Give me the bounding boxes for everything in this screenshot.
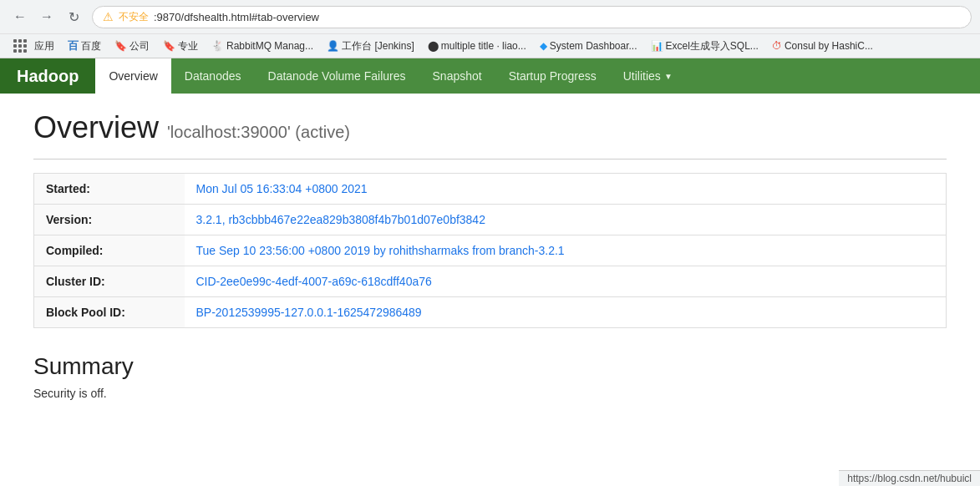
title-divider: [33, 159, 947, 159]
back-button[interactable]: ←: [8, 5, 32, 28]
security-warning-icon: ⚠: [103, 10, 114, 23]
compiled-value: Tue Sep 10 23:56:00 +0800 2019 by rohith…: [185, 235, 947, 266]
bookmark-rabbitmq-label: RabbitMQ Manag...: [226, 40, 313, 52]
page-title: Overview 'localhost:39000' (active): [33, 110, 947, 145]
bookmark-rabbitmq[interactable]: 🐇 RabbitMQ Manag...: [206, 38, 318, 53]
nav-overview[interactable]: Overview: [95, 58, 170, 94]
block-pool-id-label: Block Pool ID:: [34, 297, 185, 328]
bookmark-github[interactable]: ⬤ multiple title · liao...: [423, 38, 531, 53]
address-bar[interactable]: ⚠ 不安全 :9870/dfshealth.html#tab-overview: [92, 6, 972, 28]
cluster-id-label: Cluster ID:: [34, 266, 185, 297]
pro-icon: 🔖: [163, 40, 175, 52]
bookmark-company[interactable]: 🔖 公司: [109, 38, 155, 55]
table-row-block-pool-id: Block Pool ID: BP-2012539995-127.0.0.1-1…: [34, 297, 947, 328]
nav-startup-progress[interactable]: Startup Progress: [495, 58, 610, 94]
baidu-icon: 百: [68, 38, 79, 53]
browser-chrome: ← → ↻ ⚠ 不安全 :9870/dfshealth.html#tab-ove…: [0, 0, 980, 58]
started-label: Started:: [34, 174, 185, 205]
bookmark-company-label: 公司: [129, 39, 150, 53]
hadoop-nav: Hadoop Overview Datanodes Datanode Volum…: [0, 58, 980, 94]
bookmark-excel[interactable]: 📊 Excel生成导入SQL...: [646, 38, 764, 55]
jenkins-icon: 👤: [327, 40, 339, 52]
bookmark-consul[interactable]: ⏱ Consul by HashiC...: [767, 38, 878, 53]
security-text: Security is off.: [33, 387, 947, 400]
bookmark-system-dashboard-label: System Dashboar...: [550, 40, 637, 52]
version-label: Version:: [34, 205, 185, 235]
table-row-started: Started: Mon Jul 05 16:33:04 +0800 2021: [34, 174, 947, 205]
main-content: Overview 'localhost:39000' (active) Star…: [0, 94, 980, 428]
bookmark-apps-label: 应用: [34, 39, 54, 53]
nav-datanode-volume-failures[interactable]: Datanode Volume Failures: [255, 58, 419, 94]
company-icon: 🔖: [114, 40, 127, 52]
page-title-detail: 'localhost:39000' (active): [167, 123, 350, 141]
table-row-version: Version: 3.2.1, rb3cbbb467e22ea829b3808f…: [34, 205, 947, 235]
bookmark-jenkins[interactable]: 👤 工作台 [Jenkins]: [322, 38, 419, 55]
overview-table: Started: Mon Jul 05 16:33:04 +0800 2021 …: [33, 173, 947, 328]
apps-grid-icon: [13, 39, 27, 53]
bookmark-jenkins-label: 工作台 [Jenkins]: [342, 39, 414, 53]
nav-utilities[interactable]: Utilities: [610, 58, 686, 94]
cluster-id-value: CID-2ee0e99c-4edf-4007-a69c-618cdff40a76: [185, 266, 947, 297]
diamond-icon: ◆: [540, 40, 547, 52]
nav-datanodes[interactable]: Datanodes: [171, 58, 255, 94]
table-row-cluster-id: Cluster ID: CID-2ee0e99c-4edf-4007-a69c-…: [34, 266, 947, 297]
consul-icon: ⏱: [772, 40, 782, 52]
bookmark-github-label: multiple title · liao...: [441, 40, 526, 52]
nav-buttons: ← → ↻: [8, 5, 85, 28]
forward-button[interactable]: →: [35, 5, 58, 28]
page-title-text: Overview: [33, 110, 159, 144]
bookmark-pro[interactable]: 🔖 专业: [158, 38, 203, 55]
bookmark-apps[interactable]: 应用: [8, 38, 59, 55]
reload-button[interactable]: ↻: [62, 5, 85, 28]
block-pool-id-value: BP-2012539995-127.0.0.1-1625472986489: [185, 297, 947, 328]
bookmark-consul-label: Consul by HashiC...: [785, 40, 873, 52]
started-value: Mon Jul 05 16:33:04 +0800 2021: [185, 174, 947, 205]
compiled-label: Compiled:: [34, 235, 185, 266]
bookmark-baidu-label: 百度: [81, 39, 101, 53]
bookmarks-bar: 应用 百 百度 🔖 公司 🔖 专业 🐇 RabbitMQ Manag... 👤 …: [0, 33, 980, 58]
summary-title: Summary: [33, 353, 947, 380]
bookmark-excel-label: Excel生成导入SQL...: [666, 39, 759, 53]
bookmark-pro-label: 专业: [178, 39, 198, 53]
bookmark-system-dashboard[interactable]: ◆ System Dashboar...: [535, 38, 642, 53]
table-row-compiled: Compiled: Tue Sep 10 23:56:00 +0800 2019…: [34, 235, 947, 266]
security-warning-text: 不安全: [119, 10, 149, 24]
excel-icon: 📊: [651, 40, 663, 52]
hadoop-brand: Hadoop: [0, 58, 95, 94]
browser-toolbar: ← → ↻ ⚠ 不安全 :9870/dfshealth.html#tab-ove…: [0, 0, 980, 33]
github-icon: ⬤: [428, 40, 439, 52]
nav-snapshot[interactable]: Snapshot: [419, 58, 495, 94]
version-value: 3.2.1, rb3cbbb467e22ea829b3808f4b7b01d07…: [185, 205, 947, 235]
rabbitmq-icon: 🐇: [211, 40, 224, 52]
url-text: :9870/dfshealth.html#tab-overview: [154, 11, 961, 23]
bookmark-baidu[interactable]: 百 百度: [63, 37, 106, 55]
